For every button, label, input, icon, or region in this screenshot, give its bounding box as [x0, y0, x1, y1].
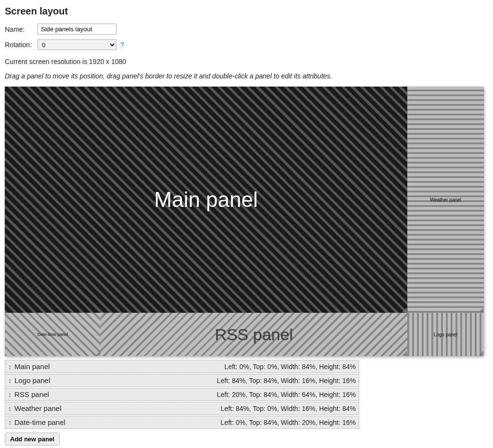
- hint-text: Drag a panel to move its position, drag …: [5, 72, 488, 80]
- drag-handle-icon[interactable]: ↕: [8, 405, 12, 412]
- add-panel-button[interactable]: Add new panel: [5, 433, 60, 446]
- panel-list-coords: Left: 20%, Top: 84%, Width: 64%, Height:…: [217, 391, 356, 398]
- list-item[interactable]: ↕ RSS panel Left: 20%, Top: 84%, Width: …: [5, 388, 359, 401]
- list-item[interactable]: ↕ Main panel Left: 0%, Top: 0%, Width: 8…: [5, 360, 359, 373]
- rotation-label: Rotation:: [5, 41, 38, 49]
- page-title: Screen layout: [5, 6, 488, 17]
- panel-list-coords: Left: 84%, Top: 84%, Width: 16%, Height:…: [217, 377, 356, 384]
- panel-list-name: Weather panel: [14, 404, 61, 412]
- panel-main-label: Main panel: [154, 188, 258, 212]
- drag-handle-icon[interactable]: ↕: [8, 391, 12, 398]
- panel-list-coords: Left: 0%, Top: 0%, Width: 84%, Height: 8…: [224, 363, 356, 371]
- resize-handle-icon[interactable]: [479, 351, 483, 356]
- panel-list: ↕ Main panel Left: 0%, Top: 0%, Width: 8…: [5, 360, 359, 429]
- name-label: Name:: [5, 26, 38, 33]
- panel-logo[interactable]: Logo panel: [407, 313, 484, 356]
- panel-list-name: Date-time panel: [14, 418, 65, 426]
- panel-main[interactable]: Main panel: [5, 87, 407, 313]
- list-item[interactable]: ↕ Weather panel Left: 84%, Top: 0%, Widt…: [5, 402, 359, 415]
- name-input[interactable]: [38, 24, 117, 35]
- panel-rss[interactable]: RSS panel: [101, 313, 407, 356]
- drag-handle-icon[interactable]: ↕: [8, 363, 12, 371]
- panel-weather[interactable]: Weather panel: [407, 87, 484, 313]
- panel-list-coords: Left: 0%, Top: 84%, Width: 20%, Height: …: [221, 419, 356, 426]
- layout-canvas[interactable]: Main panel Weather panel Date-time panel…: [5, 87, 484, 356]
- rotation-select[interactable]: 0: [38, 39, 117, 50]
- panel-logo-label: Logo panel: [434, 332, 458, 337]
- drag-handle-icon[interactable]: ↕: [8, 377, 12, 384]
- panel-datetime-label: Date-time panel: [38, 332, 68, 337]
- resize-handle-icon[interactable]: [402, 307, 407, 312]
- panel-list-name: RSS panel: [14, 390, 49, 398]
- resize-handle-icon[interactable]: [479, 307, 483, 312]
- panel-datetime[interactable]: Date-time panel: [5, 313, 101, 356]
- list-item[interactable]: ↕ Date-time panel Left: 0%, Top: 84%, Wi…: [5, 416, 359, 429]
- panel-weather-label: Weather panel: [430, 197, 461, 203]
- drag-handle-icon[interactable]: ↕: [8, 419, 12, 426]
- panel-list-name: Logo panel: [14, 376, 50, 384]
- resize-handle-icon[interactable]: [402, 351, 407, 356]
- panel-rss-label: RSS panel: [215, 325, 293, 344]
- resolution-text: Current screen resolution is 1920 x 1080: [5, 58, 488, 65]
- panel-list-coords: Left: 84%, Top: 0%, Width: 16%, Height: …: [221, 405, 356, 412]
- resize-handle-icon[interactable]: [95, 351, 100, 356]
- help-icon[interactable]: ?: [120, 41, 124, 49]
- panel-list-name: Main panel: [14, 362, 50, 371]
- list-item[interactable]: ↕ Logo panel Left: 84%, Top: 84%, Width:…: [5, 374, 359, 387]
- rotation-row: Rotation: 0 ?: [5, 39, 488, 50]
- name-row: Name:: [5, 24, 488, 35]
